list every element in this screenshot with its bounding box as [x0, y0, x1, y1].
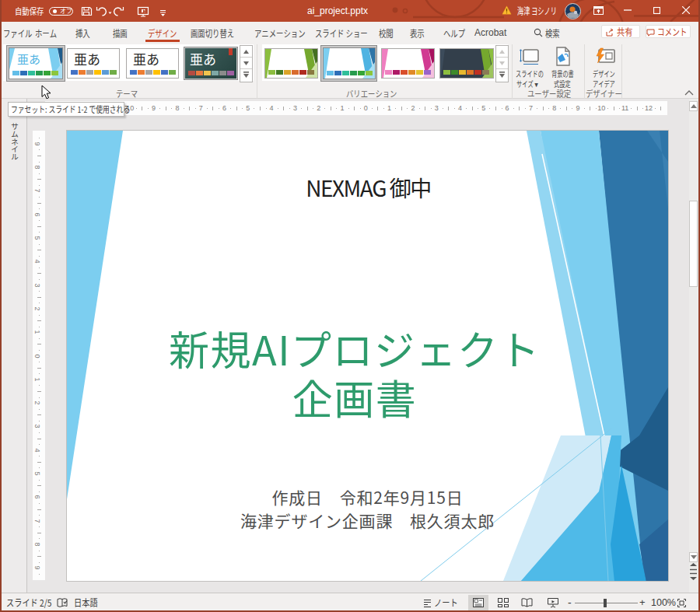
svg-text:亜あ: 亜あ [133, 49, 159, 68]
svg-text:亜あ: 亜あ [17, 51, 40, 67]
svg-text:亜あ: 亜あ [74, 49, 100, 68]
svg-text:亜あ: 亜あ [190, 49, 216, 68]
